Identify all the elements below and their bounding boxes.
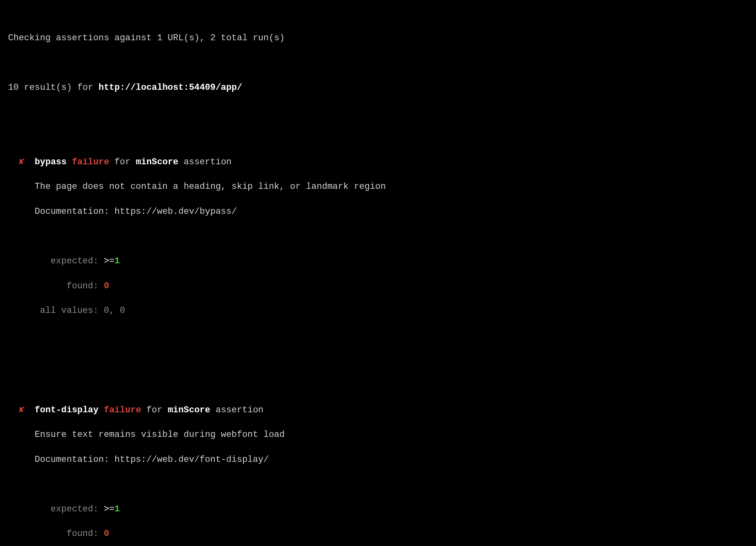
expected-label: expected:: [45, 504, 104, 514]
found-row: found: 0: [8, 280, 748, 293]
assertion-suffix: assertion: [210, 405, 264, 415]
all-values: 0, 0: [104, 306, 125, 316]
cross-icon: ✘: [19, 157, 24, 167]
found-row: found: 0: [8, 528, 748, 540]
url-count: 1: [157, 33, 162, 43]
for-word: for: [109, 157, 136, 167]
expected-value: 1: [114, 504, 120, 514]
cross-icon: ✘: [19, 405, 24, 415]
failure-word: failure: [72, 157, 109, 167]
doc-url: https://web.dev/bypass/: [114, 207, 237, 217]
expected-row: expected: >=1: [8, 503, 748, 516]
expected-op: >=: [104, 504, 114, 514]
assertion-kind: minScore: [136, 157, 179, 167]
failure-word: failure: [104, 405, 141, 415]
failure-title: ✘ font-display failure for minScore asse…: [8, 404, 748, 417]
found-label: found:: [45, 529, 104, 539]
doc-url: https://web.dev/font-display/: [114, 455, 269, 465]
all-values-label: all values:: [40, 306, 104, 316]
results-header: 10 result(s) for http://localhost:54409/…: [8, 82, 748, 94]
checking-suffix: total run(s): [216, 33, 285, 43]
expected-label: expected:: [45, 256, 104, 266]
description-text: The page does not contain a heading, ski…: [35, 182, 386, 192]
audit-name: bypass: [35, 157, 66, 167]
assertion-suffix: assertion: [179, 157, 232, 167]
audit-name: font-display: [35, 405, 98, 415]
expected-op: >=: [104, 256, 114, 266]
all-values-row: all values: 0, 0: [8, 305, 748, 317]
results-mid: result(s) for: [19, 83, 98, 93]
run-count: 2: [210, 33, 216, 43]
checking-mid: URL(s),: [162, 33, 210, 43]
expected-value: 1: [114, 256, 120, 266]
documentation-line: Documentation: https://web.dev/font-disp…: [8, 454, 748, 466]
checking-prefix: Checking assertions against: [8, 33, 157, 43]
description-text: Ensure text remains visible during webfo…: [35, 430, 285, 440]
failure-title: ✘ bypass failure for minScore assertion: [8, 156, 748, 169]
for-word: for: [141, 405, 168, 415]
found-label: found:: [45, 281, 104, 291]
results-url: http://localhost:54409/app/: [98, 83, 242, 93]
checking-line: Checking assertions against 1 URL(s), 2 …: [8, 32, 748, 45]
doc-label: Documentation:: [35, 455, 114, 465]
found-value: 0: [104, 281, 109, 291]
documentation-line: Documentation: https://web.dev/bypass/: [8, 206, 748, 218]
terminal-output: Checking assertions against 1 URL(s), 2 …: [0, 0, 756, 546]
expected-row: expected: >=1: [8, 255, 748, 268]
failure-description: The page does not contain a heading, ski…: [8, 181, 748, 193]
doc-label: Documentation:: [35, 207, 114, 217]
results-count: 10: [8, 83, 19, 93]
found-value: 0: [104, 529, 109, 539]
failure-description: Ensure text remains visible during webfo…: [8, 429, 748, 441]
assertion-kind: minScore: [168, 405, 210, 415]
